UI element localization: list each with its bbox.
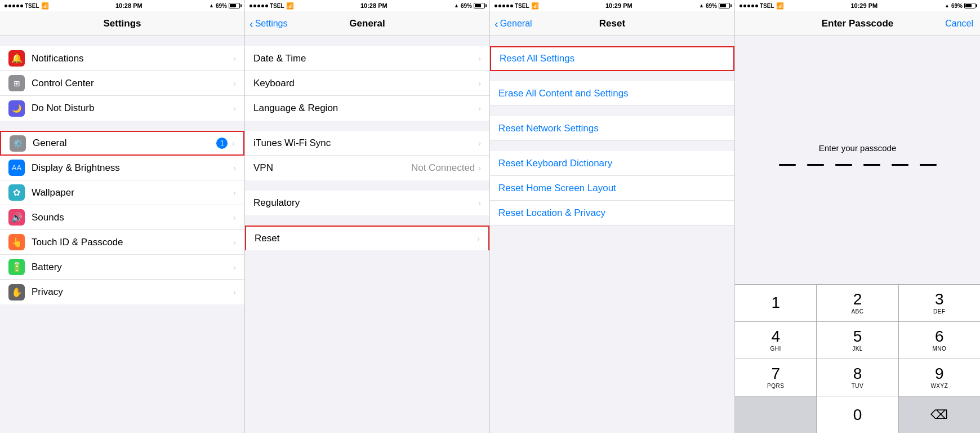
key-5-letters: JKL [852,346,863,352]
date-time-item[interactable]: Date & Time › [245,46,489,71]
home-screen-item[interactable]: Reset Home Screen Layout [490,176,734,201]
dot1 [5,5,7,7]
regulatory-item[interactable]: Regulatory › [245,191,489,215]
wallpaper-label: Wallpaper [32,187,233,198]
wifi-icon-1: 📶 [41,2,49,10]
reset-all-item[interactable]: Reset All Settings [490,46,734,71]
regulatory-label: Regulatory [253,197,478,209]
chevron-kb: › [478,79,481,88]
battery-icon-2 [474,3,485,8]
chevron-battery: › [233,263,236,272]
wallpaper-icon: ✿ [8,184,25,201]
itunes-label: iTunes Wi-Fi Sync [253,138,478,149]
sounds-icon: 🔊 [8,209,25,226]
time-2: 10:28 PM [360,2,387,9]
general-panel: TSEL 📶 10:28 PM ▲ 69% ‹ Settings General… [245,0,490,433]
key-4[interactable]: 4 GHI [735,322,817,359]
nav-bar-4: Enter Passcode Cancel [735,11,980,36]
nav-bar-3: ‹ General Reset [490,11,734,36]
delete-key[interactable]: ⌫ [899,396,980,433]
spacer-g5 [245,250,489,260]
battery-tip-4 [976,5,977,7]
key-1[interactable]: 1 [735,285,817,321]
keyboard-dict-item[interactable]: Reset Keyboard Dictionary [490,151,734,176]
touchid-item[interactable]: 👆 Touch ID & Passcode › [0,230,244,255]
dnd-item[interactable]: 🌙 Do Not Disturb › [0,96,244,121]
key-6[interactable]: 6 MNO [899,322,980,359]
display-item[interactable]: AA Display & Brightness › [0,156,244,180]
location-privacy-item[interactable]: Reset Location & Privacy [490,201,734,226]
control-center-icon: ⊞ [8,75,25,91]
notifications-item[interactable]: 🔔 Notifications › [0,46,244,71]
nav-bar-2: ‹ Settings General [245,11,489,36]
key-3[interactable]: 3 DEF [899,285,980,321]
status-bar-1: TSEL 📶 10:28 PM ▲ 69% [0,0,244,11]
status-bar-2: TSEL 📶 10:28 PM ▲ 69% [245,0,489,11]
carrier-4: TSEL [760,3,774,9]
section-date-time: Date & Time › Keyboard › Language & Regi… [245,46,489,121]
nav-title-3: Reset [599,18,625,29]
status-right-1: ▲ 69% [209,3,240,9]
section-erase: Erase All Content and Settings [490,81,734,106]
general-badge: 1 [216,138,228,149]
vpn-item[interactable]: VPN Not Connected › [245,156,489,180]
itunes-item[interactable]: iTunes Wi-Fi Sync › [245,131,489,156]
status-left-1: TSEL 📶 [5,2,49,10]
section-notifications: 🔔 Notifications › ⊞ Control Center › 🌙 D… [0,46,244,121]
key-7-number: 7 [771,366,780,382]
battery-item[interactable]: 🔋 Battery › [0,255,244,280]
battery-pct-3: 69% [706,3,717,9]
key-5-number: 5 [853,329,862,344]
passcode-prompt-text: Enter your passcode [819,143,897,153]
dot-4 [863,164,880,166]
reset-link-item[interactable]: Reset › [245,226,489,250]
keyboard-item[interactable]: Keyboard › [245,71,489,96]
section-reset-all: Reset All Settings [490,46,734,71]
general-item[interactable]: ⚙️ General 1 › [0,131,244,156]
nav-title-1: Settings [103,18,141,29]
nav-back-2[interactable]: ‹ Settings [250,18,287,29]
carrier-1: TSEL [25,3,39,9]
battery-pct-1: 69% [216,3,227,9]
network-reset-item[interactable]: Reset Network Settings [490,116,734,141]
keypad-row-1: 1 2 ABC 3 DEF [735,284,980,321]
key-9[interactable]: 9 WXYZ [899,359,980,396]
status-bar-4: TSEL 📶 10:29 PM ▲ 69% [735,0,980,11]
battery-fill-2 [475,4,481,7]
sounds-item[interactable]: 🔊 Sounds › [0,205,244,230]
location-icon-2: ▲ [454,3,459,8]
erase-item[interactable]: Erase All Content and Settings [490,81,734,106]
spacer-g2 [245,121,489,131]
signal-dots-3 [495,5,513,7]
status-right-4: ▲ 69% [945,3,975,9]
key-2[interactable]: 2 ABC [817,285,898,321]
section-general: ⚙️ General 1 › AA Display & Brightness ›… [0,131,244,304]
key-empty-left [735,396,817,433]
nav-back-3[interactable]: ‹ General [495,18,532,29]
nav-back-label-2: Settings [255,19,288,29]
key-8[interactable]: 8 TUV [817,359,898,396]
touchid-label: Touch ID & Passcode [32,237,233,248]
dot-6 [920,164,937,166]
battery-item-icon: 🔋 [8,259,25,275]
control-center-item[interactable]: ⊞ Control Center › [0,71,244,96]
chevron-touchid: › [233,238,236,247]
back-arrow-3: ‹ [495,18,498,29]
chevron-general: › [232,139,235,148]
chevron-sounds: › [233,213,236,222]
wallpaper-item[interactable]: ✿ Wallpaper › [0,180,244,205]
privacy-item[interactable]: ✋ Privacy › [0,280,244,304]
battery-fill-3 [720,4,726,7]
lang-region-item[interactable]: Language & Region › [245,96,489,121]
lang-region-label: Language & Region [253,103,478,114]
battery-icon-3 [719,3,730,8]
dot3 [12,5,15,7]
battery-icon-1 [229,3,240,8]
key-0[interactable]: 0 [817,396,898,433]
cancel-button[interactable]: Cancel [945,19,973,29]
battery-tip-2 [485,5,487,7]
key-7[interactable]: 7 PQRS [735,359,817,396]
key-5[interactable]: 5 JKL [817,322,898,359]
vpn-value: Not Connected [411,162,475,174]
key-2-number: 2 [853,291,862,307]
